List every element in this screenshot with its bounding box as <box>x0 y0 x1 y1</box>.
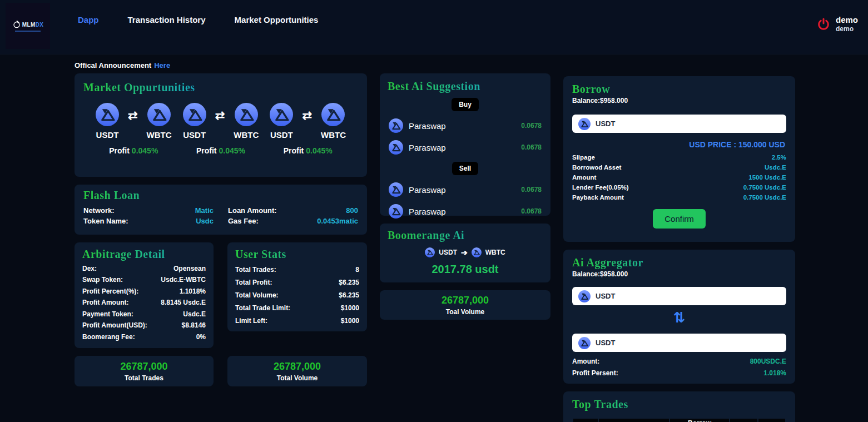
nav-transaction-history[interactable]: Transaction History <box>128 15 206 24</box>
arrow-right-icon: ➔ <box>461 248 468 257</box>
card-title: Top Trades <box>572 398 786 411</box>
dex-price: 0.0678 <box>521 207 542 215</box>
token-label: USDT <box>439 249 457 256</box>
announcement: Offical AnnouncementHere <box>75 61 170 69</box>
total-label: Toal Volume <box>446 308 485 316</box>
dex-price: 0.0678 <box>521 143 542 151</box>
token-icon <box>270 103 293 126</box>
user-subtitle: demo <box>836 25 858 33</box>
selected-token: USDT <box>596 292 615 300</box>
swap-arrows-icon: ⇄ <box>215 109 225 122</box>
token-icon <box>578 290 591 302</box>
ai-aggregator-card: Ai Aggregator Balance:$958.000 USDT ⇅ US… <box>563 250 795 384</box>
boomerang-amount: 2017.78 usdt <box>388 263 543 276</box>
kv-row: Payback Amount0.7500 Usdc.E <box>572 194 786 201</box>
token-icon <box>425 247 435 257</box>
total-value: 26787,000 <box>120 361 167 373</box>
token-icon <box>183 103 206 126</box>
table-header-cell: Profit <box>758 419 785 422</box>
top-nav: MLMDX Dapp Transaction History Market Op… <box>0 0 868 54</box>
token-label: WBTC <box>485 249 505 256</box>
table-header-cell: Borrow Amount(usd) <box>670 419 730 422</box>
card-title: Best Ai Suggestion <box>388 80 543 93</box>
aggregator-to-token-select[interactable]: USDT <box>572 334 786 352</box>
nav-market-opportunities[interactable]: Market Opportunities <box>235 15 319 24</box>
token-icon <box>472 247 482 257</box>
top-trades-card: Top Trades S.No Borrowed Symbol Borrow A… <box>563 391 795 422</box>
power-logout-icon[interactable] <box>817 17 830 31</box>
mlmdx-logo-icon <box>12 20 21 29</box>
dex-name: Paraswap <box>409 121 446 131</box>
main-nav: Dapp Transaction History Market Opportun… <box>78 15 318 24</box>
token-icon <box>235 103 258 126</box>
toal-volume-card: 26787,000 Toal Volume <box>380 290 550 320</box>
suggestion-row: Paraswap 0.0678 <box>389 140 542 155</box>
token-icon <box>321 103 345 126</box>
card-title: Ai Aggregator <box>572 256 786 269</box>
kv-row: Boomerang Fee:0% <box>82 333 206 341</box>
boomerang-ai-card: Boomerange Ai USDT ➔ WBTC 2017.78 usdt <box>380 224 550 282</box>
token-icon <box>578 118 591 130</box>
token-icon <box>578 337 591 349</box>
pair-profit: Profit0.045% <box>196 146 245 155</box>
kv-row: Amount1500 Usdc.E <box>572 174 786 181</box>
best-ai-suggestion-card: Best Ai Suggestion Buy Paraswap 0.0678 P… <box>380 73 550 216</box>
table-header-cell: Borrowed Symbol <box>599 419 668 422</box>
logo-text: MLMDX <box>22 22 44 28</box>
kv-row: Profit Amount:8.8145 Usdc.E <box>82 299 206 306</box>
confirm-button[interactable]: Confirm <box>653 209 706 229</box>
table-header-cell: Price <box>730 419 757 422</box>
app-logo[interactable]: MLMDX <box>6 3 50 49</box>
balance-text: Balance:$958.000 <box>572 97 786 105</box>
token-icon <box>96 103 119 126</box>
boomerang-pair: USDT ➔ WBTC <box>388 247 543 257</box>
pair-group: USDT ⇄ WBTC Profit0.045% <box>96 103 172 155</box>
card-title: Boomerange Ai <box>388 229 543 242</box>
paraswap-icon <box>389 118 403 133</box>
card-title: Flash Loan <box>83 189 358 202</box>
market-opportunities-card: Market Oppurtunities USDT ⇄ WBTC Profit0… <box>75 73 367 177</box>
suggestion-row: Paraswap 0.0678 <box>389 182 542 197</box>
aggregator-from-token-select[interactable]: USDT <box>572 287 786 305</box>
announcement-link[interactable]: Here <box>154 61 170 69</box>
kv-row: Total Trades:8 <box>235 266 359 274</box>
balance-text: Balance:$958.000 <box>572 270 786 278</box>
token-label: WBTC <box>321 130 346 140</box>
token-label: USDT <box>270 130 293 140</box>
borrow-card: Borrow Balance:$958.000 USDT USD PRICE :… <box>563 76 795 242</box>
username: demo <box>836 16 858 25</box>
pairs-row: USDT ⇄ WBTC Profit0.045% USDT ⇄ WBTC Pro… <box>83 103 358 155</box>
kv-row: Token Name:Usdc <box>83 217 214 225</box>
logo-subtitle-bar <box>15 31 41 32</box>
token-icon <box>147 103 171 126</box>
top-trades-table: S.No Borrowed Symbol Borrow Amount(usd) … <box>572 418 786 422</box>
flash-loan-card: Flash Loan Network:Matic Token Name:Usdc… <box>75 185 367 235</box>
usd-price: USD PRICE : 150.000 USD <box>572 140 785 149</box>
swap-arrows-icon: ⇄ <box>128 109 138 122</box>
card-title: Market Oppurtunities <box>83 81 358 94</box>
total-volume-card: 26787,000 Total Volume <box>227 356 367 386</box>
kv-row: Amount:800USDC.E <box>572 358 786 365</box>
kv-row: Profit Amount(USD):$8.8146 <box>82 321 206 329</box>
nav-dapp[interactable]: Dapp <box>78 15 99 24</box>
kv-row: Gas Fee:0.0453matic <box>228 217 358 225</box>
kv-row: Lender Fee(0.05%)0.7500 Usdc.E <box>572 184 786 191</box>
suggestion-row: Paraswap 0.0678 <box>389 118 542 133</box>
dapp-page: MLMDX Dapp Transaction History Market Op… <box>0 0 868 422</box>
announcement-text: Offical Announcement <box>75 61 151 69</box>
suggestion-row: Paraswap 0.0678 <box>389 204 542 219</box>
kv-row: Total Trade Limit:$1000 <box>235 304 359 312</box>
swap-arrows-icon: ⇄ <box>302 109 312 122</box>
kv-row: Borrowod AssetUsdc.E <box>572 164 786 171</box>
dex-name: Paraswap <box>409 185 446 195</box>
selected-token: USDT <box>596 120 615 128</box>
dex-name: Paraswap <box>409 143 446 152</box>
arbitrage-detail-card: Arbitrage Detail Dex:Opensean Swap Token… <box>75 242 214 348</box>
sell-badge: Sell <box>452 162 478 175</box>
borrow-token-select[interactable]: USDT <box>572 115 786 133</box>
kv-row: Loan Amount:800 <box>228 206 358 215</box>
kv-row: Network:Matic <box>83 206 214 215</box>
pair-profit: Profit0.045% <box>284 146 333 155</box>
swap-direction-button[interactable]: ⇅ <box>572 310 786 325</box>
card-title: Borrow <box>572 83 786 96</box>
